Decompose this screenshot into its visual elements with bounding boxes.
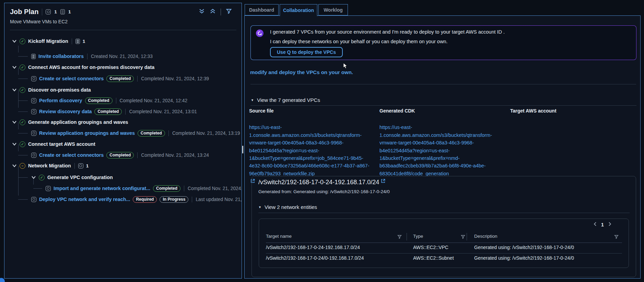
generated-cdk-link[interactable]: https://us-east- 1.console.aws.amazon.co… xyxy=(379,116,507,186)
item-link[interactable]: Create or select connectors xyxy=(39,152,104,158)
tree-connector xyxy=(18,101,28,101)
divider xyxy=(125,109,126,115)
task-icon xyxy=(31,98,36,103)
section-label: Connect AWS account for on-premises disc… xyxy=(28,64,154,70)
tree-item-review-discovery-data[interactable]: Review discovery data Completed Complete… xyxy=(18,107,197,116)
item-link[interactable]: Review application groupings and waves xyxy=(39,130,135,136)
item-meta: Completed Nov. 21, 2024, 12:42 xyxy=(120,98,188,103)
column-filter-icon[interactable] xyxy=(614,234,619,240)
item-link[interactable]: Invite collaborators xyxy=(38,54,84,59)
col-header-type[interactable]: Type xyxy=(413,234,423,239)
tab-label: Dashboard xyxy=(249,7,274,13)
expand-all-icon[interactable] xyxy=(210,8,216,16)
status-completed-icon: ✓ xyxy=(39,175,45,180)
tree-section-connect-aws-account[interactable]: ✓ Connect AWS account for on-premises di… xyxy=(12,63,154,72)
tree-subsection-generate-vpc-config[interactable]: ✓ Generate VPC configuration xyxy=(18,173,113,182)
status-badge: Completed xyxy=(106,152,134,158)
status-completed-icon: ✓ xyxy=(20,64,25,70)
chevron-down-icon[interactable] xyxy=(12,119,17,125)
tab-dashboard[interactable]: Dashboard xyxy=(245,4,279,15)
app-root: Job Plan 1 1 Move VMware VMs to EC2 xyxy=(0,0,644,282)
job-plan-subtitle: Move VMware VMs to EC2 xyxy=(10,19,68,24)
item-link[interactable]: Perform discovery xyxy=(39,98,82,103)
q-message-line1: I generated 7 VPCs from your source envi… xyxy=(270,29,505,35)
q-message-card: I generated 7 VPCs from your source envi… xyxy=(250,25,636,60)
divider xyxy=(192,197,192,202)
tree-toolbar xyxy=(199,8,232,16)
target-account-header: Target AWS account xyxy=(510,108,557,114)
chevron-down-icon[interactable] xyxy=(31,174,36,180)
item-link[interactable]: Review discovery data xyxy=(39,109,92,114)
next-page-icon[interactable] xyxy=(608,222,611,228)
item-meta: Last updated Nov. 21, 2024, ... xyxy=(196,197,242,202)
chevron-down-icon[interactable] xyxy=(12,87,17,93)
network-entities-expander[interactable]: ▼ View 2 network entities xyxy=(258,204,317,210)
item-link[interactable]: Deploy VPC network and verify reach... xyxy=(39,197,130,202)
tree-section-discover-data[interactable]: ✓ Discover on-premises data xyxy=(12,85,91,94)
status-badge: Completed xyxy=(153,185,180,192)
tree-section-generate-groupings[interactable]: ✓ Generate application groupings and wav… xyxy=(12,118,128,127)
source-file-link[interactable]: https://us-east- 1.console.aws.amazon.co… xyxy=(249,116,377,186)
tree-item-deploy-vpc-network[interactable]: Deploy VPC network and verify reach... R… xyxy=(18,195,242,204)
divider xyxy=(72,38,72,44)
tree-item-create-connectors-1[interactable]: Create or select connectors Completed Co… xyxy=(18,74,209,83)
task-icon xyxy=(31,131,36,136)
chevron-down-icon[interactable] xyxy=(12,64,17,70)
prev-page-icon[interactable] xyxy=(594,222,597,228)
column-divider xyxy=(407,233,407,240)
tab-label: Worklog xyxy=(324,7,343,13)
filter-icon[interactable] xyxy=(226,8,232,16)
cell-description: Generated using: /vSwitch2/192-168-17-0-… xyxy=(474,245,574,250)
collapse-all-icon[interactable] xyxy=(199,8,205,16)
divider xyxy=(10,30,236,30)
tree-item-perform-discovery[interactable]: Perform discovery Completed Completed No… xyxy=(18,96,187,105)
caret-down-icon: ▼ xyxy=(258,205,261,209)
own-deploy-note[interactable]: modify and deploy the VPCs on your own. xyxy=(250,69,353,75)
task-count-icon xyxy=(78,163,83,168)
tree-section-kickoff-migration[interactable]: ✓ Kickoff Migration 1 xyxy=(12,37,85,46)
divider xyxy=(266,243,622,243)
use-q-deploy-button[interactable]: Use Q to deploy the VPCs xyxy=(270,47,343,57)
chevron-down-icon[interactable] xyxy=(12,163,17,169)
task-icon xyxy=(31,197,36,202)
column-filter-icon[interactable] xyxy=(461,234,465,240)
pagination: 1 xyxy=(594,222,611,228)
divider xyxy=(168,130,169,136)
divider xyxy=(87,54,87,59)
tree-connector xyxy=(18,56,28,57)
divider xyxy=(266,253,622,254)
item-link[interactable]: Create or select connectors xyxy=(39,76,104,81)
panel-resize-handle[interactable] xyxy=(242,146,243,153)
status-badge: Completed xyxy=(94,108,122,115)
col-header-description[interactable]: Description xyxy=(474,234,497,239)
divider xyxy=(116,98,116,104)
generated-vpcs-expander[interactable]: ▼ View the 7 generated VPCs xyxy=(251,97,320,103)
chevron-down-icon[interactable] xyxy=(12,38,17,44)
job-plan-header: Job Plan 1 1 xyxy=(10,8,71,16)
current-page[interactable]: 1 xyxy=(601,222,604,227)
tree-connector xyxy=(18,199,28,200)
page-title: Job Plan xyxy=(10,8,38,16)
tree-section-connect-target-account[interactable]: ✓ Connect target AWS account xyxy=(12,140,95,149)
tree-item-review-groupings[interactable]: Review application groupings and waves C… xyxy=(18,129,240,138)
doc-count: 1 xyxy=(68,9,71,14)
tree-item-invite-collaborators[interactable]: Invite collaborators Created Nov. 21, 20… xyxy=(18,52,153,61)
doc-count-icon xyxy=(60,9,65,14)
column-filter-icon[interactable] xyxy=(397,234,402,240)
cell-description: Generated using: /vSwitch2/192-168-17-0-… xyxy=(474,255,574,261)
task-count: 1 xyxy=(86,163,89,168)
chevron-down-icon[interactable] xyxy=(12,141,17,147)
column-divider xyxy=(467,233,467,240)
item-link[interactable]: Import and generate network configurat..… xyxy=(54,186,150,191)
cell-type: AWS::EC2::VPC xyxy=(413,245,448,250)
tree-section-network-migration[interactable]: – Network Migration 1 xyxy=(12,161,89,170)
tab-collaboration[interactable]: Collaboration xyxy=(280,4,317,16)
status-completed-icon: ✓ xyxy=(20,141,25,147)
status-badge: Completed xyxy=(85,97,113,104)
tree-connector xyxy=(33,188,42,189)
tab-worklog[interactable]: Worklog xyxy=(318,4,348,15)
tree-item-create-connectors-2[interactable]: Create or select connectors Completed Co… xyxy=(18,151,209,160)
tree-item-import-network-config[interactable]: Import and generate network configurat..… xyxy=(33,184,242,193)
col-header-target-name[interactable]: Target name xyxy=(266,234,292,239)
cell-target-name: /vSwitch2/192-168-17-0-24-192.168.17.0/2… xyxy=(266,245,360,250)
